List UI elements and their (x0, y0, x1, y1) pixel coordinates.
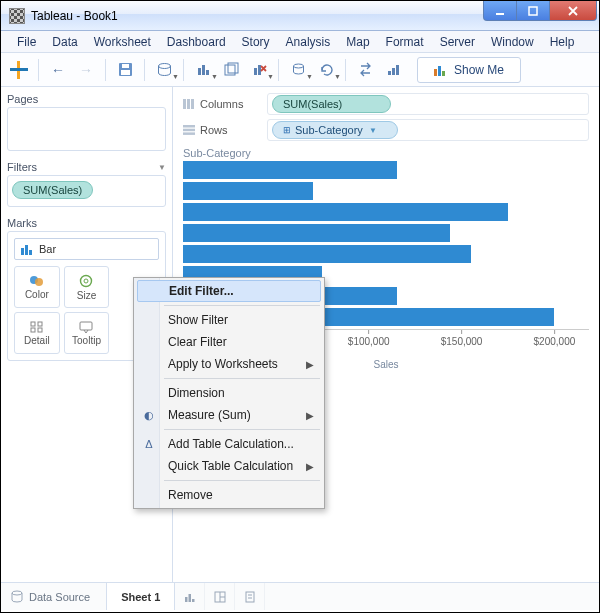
menu-server[interactable]: Server (432, 33, 483, 51)
new-dashboard-button[interactable] (205, 583, 235, 610)
menu-bar: File Data Worksheet Dashboard Story Anal… (1, 31, 599, 53)
menu-file[interactable]: File (9, 33, 44, 51)
ctx-quick-table-calculation[interactable]: Quick Table Calculation▶ (136, 455, 322, 477)
menu-data[interactable]: Data (44, 33, 85, 51)
chart-bar[interactable] (183, 182, 313, 200)
menu-format[interactable]: Format (378, 33, 432, 51)
chart-field-label: Sub-Category (183, 147, 589, 159)
close-button[interactable] (549, 1, 597, 21)
svg-rect-17 (434, 69, 437, 76)
svg-rect-8 (206, 70, 209, 75)
svg-rect-33 (187, 99, 190, 109)
save-button[interactable] (113, 58, 137, 82)
sheet-tab-1[interactable]: Sheet 1 (107, 583, 175, 610)
data-source-tab[interactable]: Data Source (1, 583, 107, 610)
filters-title: Filters▼ (7, 161, 166, 173)
window-title: Tableau - Book1 (31, 9, 118, 23)
duplicate-sheet-button[interactable] (219, 58, 243, 82)
ctx-measure-sum[interactable]: ◐Measure (Sum)▶ (136, 404, 322, 426)
pages-shelf[interactable] (7, 107, 166, 151)
x-tick: $150,000 (441, 330, 483, 347)
svg-rect-36 (183, 129, 195, 132)
rows-icon (183, 125, 195, 135)
show-me-button[interactable]: Show Me (417, 57, 521, 83)
rows-pill-subcategory[interactable]: ⊞ Sub-Category ▼ (272, 121, 398, 139)
menu-analysis[interactable]: Analysis (278, 33, 339, 51)
ctx-edit-filter[interactable]: Edit Filter... (137, 280, 321, 302)
svg-rect-6 (198, 68, 201, 75)
columns-pill-sum-sales[interactable]: SUM(Sales) (272, 95, 391, 113)
maximize-button[interactable] (516, 1, 550, 21)
datasource-button[interactable]: ▼ (152, 58, 176, 82)
svg-rect-1 (529, 7, 537, 15)
svg-rect-28 (38, 322, 42, 326)
chart-bar[interactable] (183, 224, 450, 242)
forward-button[interactable]: → (74, 58, 98, 82)
menu-dashboard[interactable]: Dashboard (159, 33, 234, 51)
minimize-button[interactable] (483, 1, 517, 21)
ctx-clear-filter[interactable]: Clear Filter (136, 331, 322, 353)
sheet-tabs-bar: Data Source Sheet 1 (1, 582, 599, 610)
plus-icon: ⊞ (283, 125, 291, 135)
delta-icon: Δ (142, 438, 156, 450)
rows-shelf[interactable]: ⊞ Sub-Category ▼ (267, 119, 589, 141)
chevron-down-icon: ▼ (369, 126, 377, 135)
ctx-remove[interactable]: Remove (136, 484, 322, 506)
back-button[interactable]: ← (46, 58, 70, 82)
svg-rect-32 (183, 99, 186, 109)
marks-detail-button[interactable]: Detail (14, 312, 60, 354)
svg-rect-16 (396, 65, 399, 75)
columns-shelf[interactable]: SUM(Sales) (267, 93, 589, 115)
refresh-button[interactable]: ▼ (314, 58, 338, 82)
filters-shelf[interactable]: SUM(Sales) (7, 175, 166, 207)
window-titlebar: Tableau - Book1 (1, 1, 599, 31)
context-menu: Edit Filter...Show FilterClear FilterApp… (133, 277, 325, 509)
filter-pill-sum-sales[interactable]: SUM(Sales) (12, 181, 93, 199)
swap-button[interactable] (353, 58, 377, 82)
svg-point-38 (12, 591, 22, 595)
svg-rect-4 (122, 64, 129, 68)
ctx-show-filter[interactable]: Show Filter (136, 309, 322, 331)
mark-type-dropdown[interactable]: Bar (14, 238, 159, 260)
svg-rect-40 (188, 594, 191, 602)
svg-rect-41 (192, 599, 195, 602)
tooltip-icon (79, 321, 93, 333)
new-worksheet-button[interactable] (175, 583, 205, 610)
clear-sheet-button[interactable]: ▼ (247, 58, 271, 82)
size-icon (79, 274, 93, 288)
columns-shelf-label: Columns (183, 98, 259, 110)
svg-rect-27 (31, 322, 35, 326)
pages-title: Pages (7, 93, 166, 105)
toolbar: ← → ▼ ▼ ▼ ▼ ▼ Show Me (1, 53, 599, 87)
menu-window[interactable]: Window (483, 33, 542, 51)
ctx-add-table-calculation[interactable]: ΔAdd Table Calculation... (136, 433, 322, 455)
chart-bar[interactable] (183, 161, 397, 179)
autoupdate-button[interactable]: ▼ (286, 58, 310, 82)
new-story-button[interactable] (235, 583, 265, 610)
globe-icon: ◐ (142, 409, 156, 422)
svg-rect-35 (183, 125, 195, 128)
new-sheet-button[interactable]: ▼ (191, 58, 215, 82)
ctx-apply-to-worksheets[interactable]: Apply to Worksheets▶ (136, 353, 322, 375)
svg-point-24 (35, 278, 43, 286)
menu-worksheet[interactable]: Worksheet (86, 33, 159, 51)
ctx-dimension[interactable]: Dimension (136, 382, 322, 404)
chart-bar[interactable] (183, 203, 508, 221)
svg-point-26 (84, 279, 88, 283)
marks-color-button[interactable]: Color (14, 266, 60, 308)
sort-asc-button[interactable] (381, 58, 405, 82)
svg-rect-37 (183, 132, 195, 135)
svg-rect-11 (254, 68, 257, 75)
marks-tooltip-button[interactable]: Tooltip (64, 312, 110, 354)
datasource-icon (11, 590, 23, 604)
menu-help[interactable]: Help (542, 33, 583, 51)
submenu-arrow-icon: ▶ (306, 359, 314, 370)
tableau-logo-icon[interactable] (7, 58, 31, 82)
menu-story[interactable]: Story (234, 33, 278, 51)
detail-icon (30, 321, 44, 333)
marks-size-button[interactable]: Size (64, 266, 110, 308)
svg-rect-34 (191, 99, 194, 109)
svg-point-25 (81, 275, 92, 286)
chart-bar[interactable] (183, 245, 471, 263)
menu-map[interactable]: Map (338, 33, 377, 51)
